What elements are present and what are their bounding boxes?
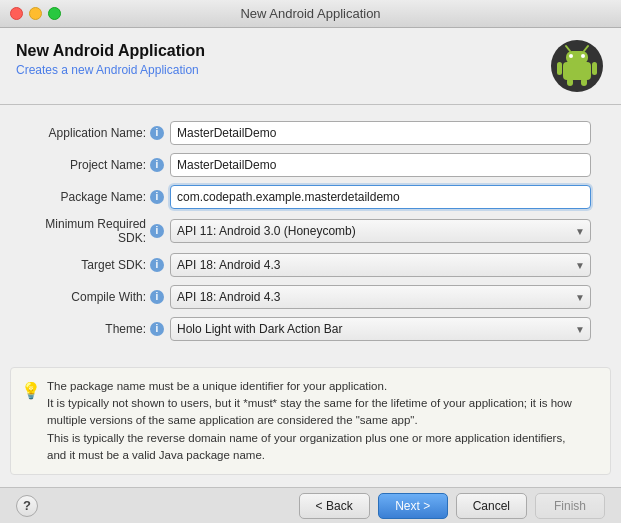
svg-rect-10: [581, 78, 587, 86]
app-name-row: Application Name: i: [30, 121, 591, 145]
next-button[interactable]: Next >: [378, 493, 448, 519]
package-name-label: Package Name: i: [30, 190, 170, 204]
theme-select[interactable]: Holo Light with Dark Action Bar Holo Dar…: [170, 317, 591, 341]
svg-point-3: [569, 54, 573, 58]
project-name-row: Project Name: i: [30, 153, 591, 177]
form-area: Application Name: i Project Name: i Pack…: [0, 105, 621, 359]
compile-with-label: Compile With: i: [30, 290, 170, 304]
info-box-icon: 💡: [21, 379, 41, 403]
footer-right: < Back Next > Cancel Finish: [299, 493, 605, 519]
package-name-row: Package Name: i: [30, 185, 591, 209]
help-button[interactable]: ?: [16, 495, 38, 517]
app-name-info-icon[interactable]: i: [150, 126, 164, 140]
window-controls[interactable]: [10, 7, 61, 20]
min-sdk-select[interactable]: API 8: Android 2.2 (Froyo) API 10: Andro…: [170, 219, 591, 243]
theme-select-wrapper: Holo Light with Dark Action Bar Holo Dar…: [170, 317, 591, 341]
back-button[interactable]: < Back: [299, 493, 370, 519]
svg-rect-7: [557, 62, 562, 75]
target-sdk-select[interactable]: API 16: Android 4.1 API 17: Android 4.2 …: [170, 253, 591, 277]
info-box: 💡 The package name must be a unique iden…: [10, 367, 611, 475]
min-sdk-label: Minimum Required SDK: i: [30, 217, 170, 245]
finish-button[interactable]: Finish: [535, 493, 605, 519]
dialog-header: New Android Application Creates a new An…: [0, 28, 621, 104]
project-name-info-icon[interactable]: i: [150, 158, 164, 172]
min-sdk-select-wrapper: API 8: Android 2.2 (Froyo) API 10: Andro…: [170, 219, 591, 243]
subtitle-link: Android Application: [96, 63, 199, 77]
compile-with-info-icon[interactable]: i: [150, 290, 164, 304]
dialog-footer: ? < Back Next > Cancel Finish: [0, 487, 621, 523]
theme-info-icon[interactable]: i: [150, 322, 164, 336]
close-button[interactable]: [10, 7, 23, 20]
header-text: New Android Application Creates a new An…: [16, 42, 205, 77]
android-logo: [549, 38, 605, 94]
info-text: The package name must be a unique identi…: [47, 380, 572, 461]
theme-row: Theme: i Holo Light with Dark Action Bar…: [30, 317, 591, 341]
app-name-label: Application Name: i: [30, 126, 170, 140]
cancel-button[interactable]: Cancel: [456, 493, 527, 519]
dialog: New Android Application Creates a new An…: [0, 28, 621, 523]
title-bar: New Android Application: [0, 0, 621, 28]
window-title: New Android Application: [240, 6, 380, 21]
target-sdk-label: Target SDK: i: [30, 258, 170, 272]
target-sdk-info-icon[interactable]: i: [150, 258, 164, 272]
svg-rect-9: [567, 78, 573, 86]
app-name-input[interactable]: [170, 121, 591, 145]
project-name-input[interactable]: [170, 153, 591, 177]
compile-with-select-wrapper: API 16: Android 4.1 API 17: Android 4.2 …: [170, 285, 591, 309]
theme-label: Theme: i: [30, 322, 170, 336]
package-name-info-icon[interactable]: i: [150, 190, 164, 204]
dialog-title: New Android Application: [16, 42, 205, 60]
target-sdk-select-wrapper: API 16: Android 4.1 API 17: Android 4.2 …: [170, 253, 591, 277]
svg-rect-8: [592, 62, 597, 75]
dialog-subtitle: Creates a new Android Application: [16, 63, 205, 77]
project-name-label: Project Name: i: [30, 158, 170, 172]
maximize-button[interactable]: [48, 7, 61, 20]
target-sdk-row: Target SDK: i API 16: Android 4.1 API 17…: [30, 253, 591, 277]
subtitle-static: Creates a new: [16, 63, 96, 77]
svg-rect-2: [566, 51, 588, 64]
min-sdk-info-icon[interactable]: i: [150, 224, 164, 238]
package-name-input[interactable]: [170, 185, 591, 209]
compile-with-row: Compile With: i API 16: Android 4.1 API …: [30, 285, 591, 309]
svg-point-4: [581, 54, 585, 58]
svg-rect-1: [563, 62, 591, 80]
minimize-button[interactable]: [29, 7, 42, 20]
footer-left: ?: [16, 495, 38, 517]
min-sdk-row: Minimum Required SDK: i API 8: Android 2…: [30, 217, 591, 245]
compile-with-select[interactable]: API 16: Android 4.1 API 17: Android 4.2 …: [170, 285, 591, 309]
